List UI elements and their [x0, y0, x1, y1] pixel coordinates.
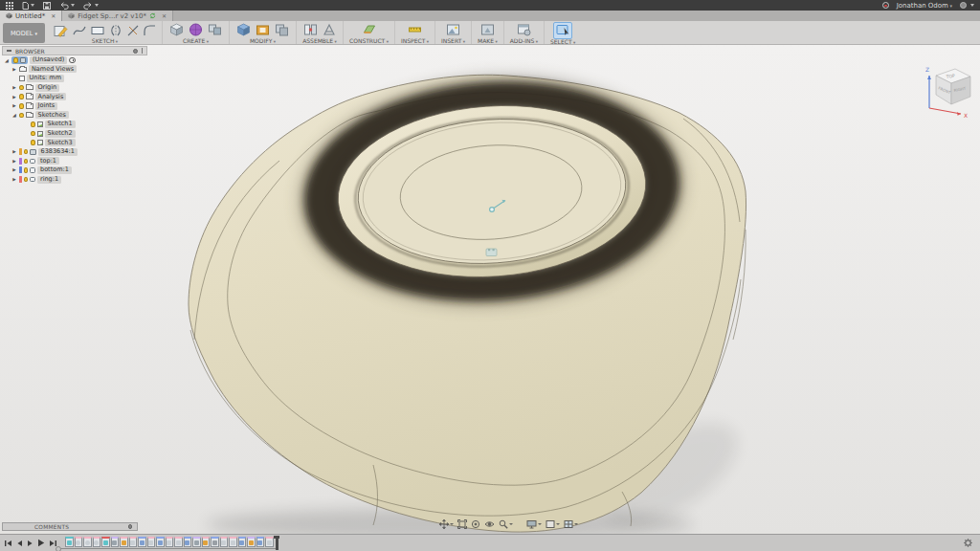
- timeline-feature-extrude-icon[interactable]: [238, 537, 247, 547]
- visibility-bulb-icon[interactable]: [24, 149, 29, 155]
- pattern-icon[interactable]: [207, 22, 223, 37]
- expand-arrow-icon[interactable]: ▶: [11, 95, 17, 99]
- expand-arrow-icon[interactable]: ▶: [11, 167, 17, 172]
- group-label-create[interactable]: CREATE: [183, 37, 209, 44]
- close-icon[interactable]: ✕: [162, 12, 167, 19]
- timeline-feature-extrude-icon[interactable]: [156, 537, 165, 547]
- browser-item-units[interactable]: Units: mm: [2, 74, 147, 83]
- visibility-bulb-icon[interactable]: [31, 121, 35, 127]
- make-3dprint-icon[interactable]: [479, 22, 496, 37]
- browser-item-named-views[interactable]: ▶ Named Views: [2, 65, 147, 75]
- timeline-feature-sketch-icon[interactable]: [120, 537, 128, 547]
- pan-icon[interactable]: [439, 519, 454, 529]
- timeline-feature-feature-icon[interactable]: [229, 537, 237, 547]
- user-account-menu[interactable]: Jonathan Odom: [897, 2, 952, 10]
- group-label-sketch[interactable]: SKETCH: [92, 37, 118, 44]
- app-grid-icon[interactable]: [6, 1, 13, 10]
- timeline-track[interactable]: [57, 548, 276, 549]
- timeline-feature-pin-icon[interactable]: [93, 537, 101, 547]
- mirror-icon[interactable]: [108, 23, 123, 37]
- timeline-feature-feature-icon[interactable]: [147, 537, 156, 547]
- timeline-feature-extrude-icon[interactable]: [184, 537, 192, 547]
- timeline-feature-feature-icon[interactable]: [174, 537, 183, 547]
- group-label-construct[interactable]: CONSTRUCT: [349, 37, 389, 44]
- press-pull-icon[interactable]: [235, 22, 252, 37]
- addins-scripts-icon[interactable]: [516, 22, 532, 37]
- visibility-bulb-icon[interactable]: [31, 140, 35, 145]
- browser-item-top[interactable]: ▶ top:1: [2, 157, 147, 166]
- visibility-bulb-icon[interactable]: [19, 113, 24, 119]
- spline-icon[interactable]: [72, 23, 87, 37]
- create-sketch-icon[interactable]: [54, 23, 69, 37]
- browser-item-sketch3[interactable]: Sketch3: [2, 138, 147, 147]
- skip-to-start-icon[interactable]: [4, 540, 12, 547]
- zoom-icon[interactable]: [499, 519, 513, 529]
- expand-arrow-icon[interactable]: ◢: [11, 112, 17, 118]
- visibility-bulb-icon[interactable]: [24, 177, 29, 183]
- layout-icon[interactable]: [546, 519, 560, 529]
- expand-arrow-icon[interactable]: ▶: [11, 159, 17, 164]
- browser-item-sketch2[interactable]: Sketch2: [2, 129, 147, 139]
- timeline-feature-joint-icon[interactable]: [101, 537, 110, 547]
- browser-item-origin[interactable]: ▶ Origin: [2, 83, 147, 93]
- browser-drag-handle-icon[interactable]: [142, 48, 144, 54]
- step-back-icon[interactable]: [16, 540, 23, 547]
- measure-icon[interactable]: [407, 22, 423, 37]
- visibility-bulb-icon[interactable]: [24, 167, 29, 173]
- timeline-feature-pin-icon[interactable]: [83, 537, 92, 547]
- timeline-feature-frame-icon[interactable]: [111, 537, 120, 547]
- group-label-select[interactable]: SELECT: [550, 38, 575, 45]
- step-forward-icon[interactable]: [27, 540, 33, 547]
- timeline-feature-feature-icon[interactable]: [129, 537, 138, 547]
- tab-untitled[interactable]: Untitled* ✕: [0, 11, 62, 21]
- timeline-feature-feature-icon[interactable]: [220, 537, 229, 547]
- file-menu-icon[interactable]: [22, 1, 34, 10]
- joint-glyph-icon[interactable]: [486, 249, 497, 256]
- group-label-assemble[interactable]: ASSEMBLE: [302, 37, 337, 44]
- browser-item-joints[interactable]: ▶ Joints: [2, 101, 147, 111]
- browser-item-ring[interactable]: ▶ ring:1: [2, 175, 147, 185]
- redo-icon[interactable]: [83, 1, 99, 10]
- view-cube[interactable]: Z X TOP FRONT RIGHT: [915, 58, 974, 121]
- timeline-feature-sketch-icon[interactable]: [247, 537, 256, 547]
- group-label-insert[interactable]: INSERT: [441, 37, 465, 44]
- browser-item-component[interactable]: ▶ 6383634:1: [2, 147, 147, 157]
- comments-bar[interactable]: COMMENTS: [2, 522, 138, 531]
- expand-arrow-icon[interactable]: ▶: [11, 103, 17, 108]
- browser-collapse-icon[interactable]: [7, 50, 11, 52]
- tab-fidget-spinner[interactable]: Fidget Sp...r v2 v10* ✕: [62, 11, 173, 21]
- browser-header[interactable]: BROWSER: [2, 46, 147, 55]
- browser-item-sketches[interactable]: ◢ Sketches: [2, 111, 147, 121]
- visibility-bulb-icon[interactable]: [24, 159, 29, 165]
- visibility-bulb-icon[interactable]: [19, 103, 24, 109]
- group-label-inspect[interactable]: INSPECT: [401, 37, 429, 44]
- group-label-modify[interactable]: MODIFY: [250, 37, 276, 44]
- visibility-bulb-icon[interactable]: [19, 94, 24, 99]
- timeline-feature-sketch-icon[interactable]: [202, 537, 211, 547]
- timeline-feature-pin-icon[interactable]: [75, 537, 83, 547]
- shell-icon[interactable]: [255, 22, 271, 37]
- visibility-bulb-icon[interactable]: [19, 85, 24, 91]
- expand-arrow-icon[interactable]: ▶: [11, 67, 17, 72]
- timeline-feature-extrude-icon[interactable]: [138, 537, 146, 547]
- play-icon[interactable]: [37, 539, 45, 547]
- expand-arrow-icon[interactable]: ▶: [11, 177, 17, 182]
- timeline-feature-feature-icon[interactable]: [265, 537, 274, 547]
- comments-dot-icon[interactable]: [128, 524, 133, 529]
- fillet-arc-icon[interactable]: [143, 23, 156, 37]
- undo-icon[interactable]: [59, 1, 75, 10]
- model-canvas[interactable]: BROWSER ◢ (Unsaved) ▶ Named Views: [0, 45, 980, 534]
- rigid-group-icon[interactable]: [322, 22, 337, 37]
- timeline-settings-gear-icon[interactable]: [964, 539, 972, 547]
- save-icon[interactable]: [43, 1, 51, 10]
- select-tool-icon[interactable]: [553, 22, 572, 39]
- timeline-feature-fillet-icon[interactable]: [211, 537, 219, 547]
- timeline-feature-joint-icon[interactable]: [65, 537, 74, 547]
- browser-item-bottom[interactable]: ▶ bottom:1: [2, 165, 147, 175]
- trim-icon[interactable]: [126, 23, 140, 37]
- construction-plane-icon[interactable]: [361, 22, 377, 37]
- new-body-box-icon[interactable]: [168, 22, 185, 37]
- viewports-grid-icon[interactable]: [564, 519, 578, 529]
- visibility-bulb-icon[interactable]: [31, 131, 35, 137]
- orbit-icon[interactable]: [471, 519, 480, 529]
